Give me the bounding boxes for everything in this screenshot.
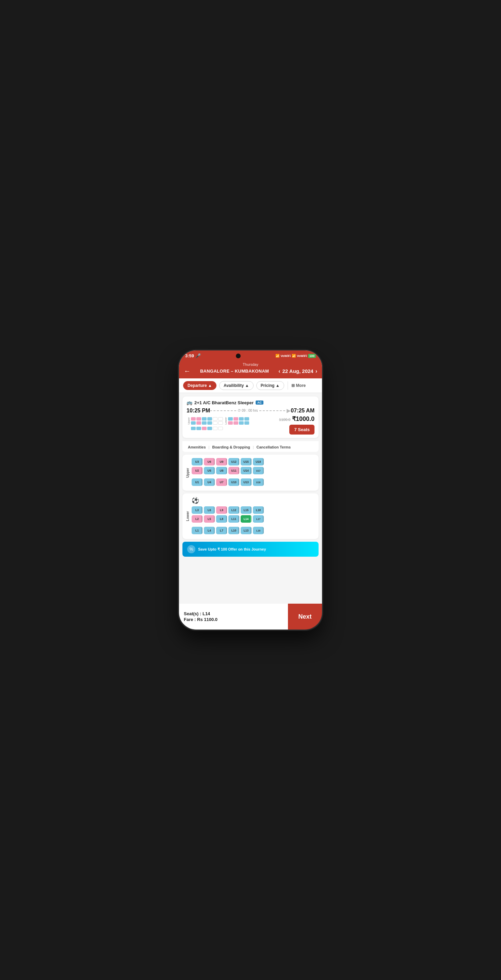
duration-value: 09 : 00 hrs xyxy=(242,409,258,412)
seat-L16[interactable]: L16 xyxy=(253,527,264,534)
duration-box: ⏱ 09 : 00 hrs ▶ xyxy=(210,407,291,414)
ac-badge: AC xyxy=(256,401,263,404)
camera-notch xyxy=(236,353,241,358)
seat-L2[interactable]: L2 xyxy=(192,515,202,523)
bottom-seats: Seat(s) : L14 xyxy=(184,611,283,616)
pricing-label: Pricing ▲ xyxy=(261,383,280,388)
seat-U6[interactable]: U6 xyxy=(204,458,215,466)
seat-L1[interactable]: L1 xyxy=(192,527,202,534)
status-time: 3:59 🎤 xyxy=(185,353,201,358)
mic-icon: 🎤 xyxy=(196,353,201,358)
offer-banner: % Save Upto ₹ 100 Offer on this Journey xyxy=(183,542,318,557)
seat-L17[interactable]: L17 xyxy=(253,515,264,523)
new-price: ₹1000.0 xyxy=(292,415,315,422)
seat-U10[interactable]: U10 xyxy=(228,479,239,486)
seat-L9[interactable]: L9 xyxy=(216,506,227,514)
seats-button[interactable]: 7 Seats xyxy=(289,425,315,434)
prev-date-button[interactable]: ‹ xyxy=(278,368,280,374)
lower-row3: L1 L4 L7 L10 L13 L16 xyxy=(192,527,315,534)
main-content: 🚌 2+1 A/C BharatBenz Sleeper AC 10:25 PM… xyxy=(179,393,322,623)
bus-type-row: 🚌 2+1 A/C BharatBenz Sleeper AC xyxy=(186,400,315,405)
departure-filter[interactable]: Departure ▲ xyxy=(183,381,216,390)
vowifi-label: VoWiFi xyxy=(280,354,291,358)
seat-U12[interactable]: U12 xyxy=(228,458,239,466)
next-date-button[interactable]: › xyxy=(315,368,317,374)
seat-U15[interactable]: U15 xyxy=(241,458,251,466)
bottom-fare: Fare : Rs 1100.0 xyxy=(184,617,283,622)
offer-text: Save Upto ₹ 100 Offer on this Journey xyxy=(198,547,266,552)
signal-icon: 📶 xyxy=(292,354,296,358)
upper-row2: U2 U5 U8 U11 U14 U17 xyxy=(192,467,315,474)
filter-icon: ⊞ xyxy=(291,383,295,388)
next-button[interactable]: Next xyxy=(288,604,322,623)
back-button[interactable]: ← xyxy=(184,367,191,375)
seat-L11[interactable]: L11 xyxy=(228,515,239,523)
seat-U17[interactable]: U17 xyxy=(253,467,264,474)
info-tabs: Amenities | Boarding & Dropping | Cancel… xyxy=(183,441,318,452)
bottom-bar: Seat(s) : L14 Fare : Rs 1100.0 Next xyxy=(179,604,322,623)
fare-key: Fare xyxy=(184,617,193,622)
seat-U7[interactable]: U7 xyxy=(216,479,227,486)
arrival-time: 07:25 AM xyxy=(291,408,315,414)
bus-card: 🚌 2+1 A/C BharatBenz Sleeper AC 10:25 PM… xyxy=(183,396,318,438)
seat-L6[interactable]: L6 xyxy=(204,506,215,514)
seat-L3[interactable]: L3 xyxy=(192,506,202,514)
day-label: Thursday xyxy=(243,363,258,366)
mini-seatmap: Upper xyxy=(186,417,249,434)
seat-L14[interactable]: L14 xyxy=(241,515,251,523)
seats-value: L14 xyxy=(202,611,210,616)
seat-U9[interactable]: U9 xyxy=(216,458,227,466)
seat-U2[interactable]: U2 xyxy=(192,467,202,474)
lower-deck-label: Lower xyxy=(186,511,189,521)
seat-U11[interactable]: U11 xyxy=(228,467,239,474)
lower-row2: L2 L5 L8 L11 L14 L17 xyxy=(192,515,315,523)
time-display: 3:59 xyxy=(185,353,194,358)
wifi-icon: 📶 xyxy=(275,354,280,358)
seats-key: Seat(s) xyxy=(184,611,199,616)
upper-row3: U1 U4 U7 U10 U13 U16 xyxy=(192,479,315,486)
seat-L12[interactable]: L12 xyxy=(228,506,239,514)
next-label: Next xyxy=(298,613,312,620)
status-bar: 3:59 🎤 📶 VoWiFi 📶 VoWiFi 100 xyxy=(179,350,322,360)
upper-deck-label: Upper xyxy=(186,468,189,478)
seat-L15[interactable]: L15 xyxy=(241,506,251,514)
departure-label: Departure ▲ xyxy=(188,383,212,388)
fare-value: Rs 1100.0 xyxy=(197,617,218,622)
seat-U4[interactable]: U4 xyxy=(204,479,215,486)
seat-U13[interactable]: U13 xyxy=(241,479,251,486)
cancellation-tab[interactable]: Cancellation Terms xyxy=(254,444,293,450)
seat-U8[interactable]: U8 xyxy=(216,467,227,474)
more-button[interactable]: ⊞ More xyxy=(291,383,306,388)
seat-L10[interactable]: L10 xyxy=(228,527,239,534)
seat-U18[interactable]: U18 xyxy=(253,458,264,466)
seat-L13[interactable]: L13 xyxy=(241,527,251,534)
availability-filter[interactable]: Availibility ▲ xyxy=(219,381,254,390)
seat-U3[interactable]: U3 xyxy=(192,458,202,466)
seat-L7[interactable]: L7 xyxy=(216,527,227,534)
seat-L5[interactable]: L5 xyxy=(204,515,215,523)
duration-text: ⏱ 09 : 00 hrs xyxy=(238,409,258,412)
seat-L18[interactable]: L18 xyxy=(253,506,264,514)
boarding-dropping-tab[interactable]: Boarding & Dropping xyxy=(210,444,252,450)
bus-icon: 🚌 xyxy=(186,400,192,405)
bottom-info: Seat(s) : L14 Fare : Rs 1100.0 xyxy=(179,604,288,623)
pricing-filter[interactable]: Pricing ▲ xyxy=(256,381,284,390)
old-price: 1100.0 xyxy=(279,417,291,422)
seat-L8[interactable]: L8 xyxy=(216,515,227,523)
seat-U14[interactable]: U14 xyxy=(241,467,251,474)
price-row: 1100.0 ₹1000.0 xyxy=(279,415,315,423)
lower-deck-section: Lower ⚽ L3 L6 L9 L12 L15 L18 xyxy=(183,493,318,539)
seat-U5[interactable]: U5 xyxy=(204,467,215,474)
seat-U1[interactable]: U1 xyxy=(192,479,202,486)
header-route: ← BANGALORE – KUMBAKONAM ‹ 22 Aug, 2024 … xyxy=(184,367,317,375)
offer-icon: % xyxy=(187,545,196,553)
departure-time: 10:25 PM xyxy=(186,408,210,414)
seat-L4[interactable]: L4 xyxy=(204,527,215,534)
seat-U16[interactable]: U16 xyxy=(253,479,264,486)
lower-row1: L3 L6 L9 L12 L15 L18 xyxy=(192,506,315,514)
filter-divider xyxy=(288,382,288,390)
upper-deck-section: Upper U3 U6 U9 U12 U15 U18 xyxy=(183,455,318,491)
time-row: 10:25 PM ⏱ 09 : 00 hrs ▶ 07:25 AM xyxy=(186,407,315,414)
header-date: Thursday xyxy=(184,363,317,366)
amenities-tab[interactable]: Amenities xyxy=(186,444,208,450)
